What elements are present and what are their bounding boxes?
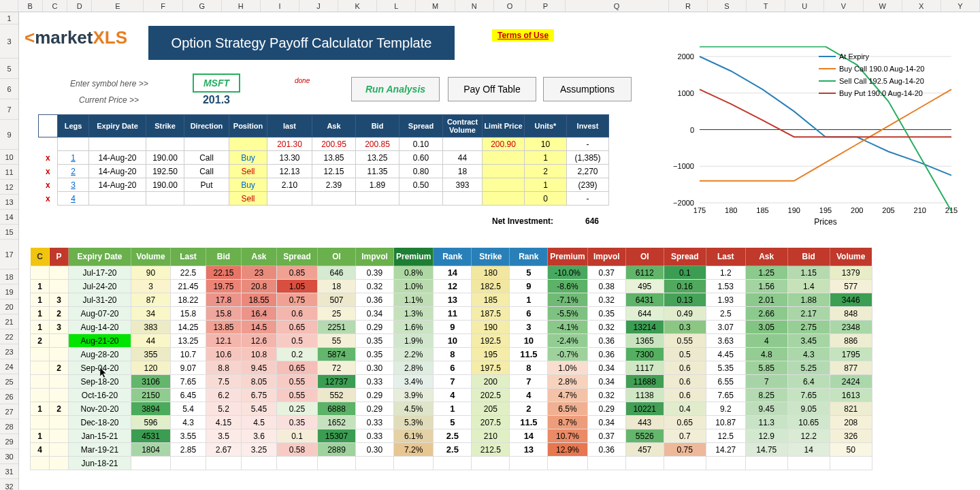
terms-link[interactable]: Terms of Use bbox=[492, 29, 554, 42]
opt-header-row: CPExpiry DateVolumeLastBidAskSpreadOIImp… bbox=[31, 248, 872, 266]
svg-text:2000: 2000 bbox=[678, 52, 694, 61]
svg-text:205: 205 bbox=[882, 206, 894, 214]
svg-text:Prices: Prices bbox=[814, 217, 836, 227]
current-price-value: 201.3 bbox=[193, 94, 240, 106]
legs-table: LegsExpiry DateStrikeDirectionPositionla… bbox=[38, 114, 609, 206]
payoff-table-button[interactable]: Pay Off Table bbox=[448, 77, 536, 101]
svg-text:Buy Call 190.0 Aug-14-20: Buy Call 190.0 Aug-14-20 bbox=[839, 65, 924, 73]
svg-text:At Expiry: At Expiry bbox=[839, 52, 870, 61]
svg-text:195: 195 bbox=[819, 206, 832, 214]
svg-text:−1000: −1000 bbox=[673, 162, 694, 170]
assumptions-button[interactable]: Assumptions bbox=[543, 77, 632, 101]
svg-text:210: 210 bbox=[914, 206, 926, 214]
current-price-label: Current Price >> bbox=[79, 95, 139, 105]
svg-text:−2000: −2000 bbox=[673, 199, 694, 207]
payoff-chart: −2000−1000010002000175180185190195200205… bbox=[659, 46, 980, 230]
done-status: done bbox=[295, 77, 310, 84]
svg-text:Buy Put 190.0 Aug-14-20: Buy Put 190.0 Aug-14-20 bbox=[839, 89, 923, 97]
net-investment-value: 646 bbox=[585, 216, 599, 226]
svg-text:175: 175 bbox=[693, 206, 706, 214]
run-analysis-button[interactable]: Run Analysis bbox=[351, 77, 440, 101]
svg-text:180: 180 bbox=[725, 206, 737, 214]
svg-text:200: 200 bbox=[851, 206, 863, 214]
opt-body: Jul-17-209022.522.15230.856460.390.8%141… bbox=[31, 266, 872, 470]
svg-text:1000: 1000 bbox=[678, 89, 694, 97]
legs-body: 201.30200.95200.850.10200.9010-x114-Aug-… bbox=[39, 137, 609, 206]
legs-header-row: LegsExpiry DateStrikeDirectionPositionla… bbox=[39, 115, 609, 137]
options-table: CPExpiry DateVolumeLastBidAskSpreadOIImp… bbox=[30, 247, 872, 470]
page-title: Option Strategy Payoff Calculator Templa… bbox=[148, 26, 455, 60]
row-headers: 1356791011121314151718192021222324252627… bbox=[0, 12, 19, 490]
svg-text:185: 185 bbox=[756, 206, 768, 214]
column-headers: BCDEFGHIJKLMNOPQRSTUVWXY bbox=[0, 0, 980, 12]
symbol-input[interactable]: MSFT bbox=[193, 74, 240, 93]
chart-legend: At ExpiryBuy Call 190.0 Aug-14-20Sell Ca… bbox=[819, 52, 924, 97]
svg-text:Sell Call 192.5 Aug-14-20: Sell Call 192.5 Aug-14-20 bbox=[839, 77, 924, 85]
net-investment-label: Net Investment: bbox=[492, 216, 553, 226]
svg-text:190: 190 bbox=[788, 206, 800, 214]
svg-text:0: 0 bbox=[690, 126, 694, 134]
marketxls-logo: <marketXLS bbox=[24, 27, 127, 48]
enter-symbol-label: Enter symbol here >> bbox=[70, 79, 148, 88]
